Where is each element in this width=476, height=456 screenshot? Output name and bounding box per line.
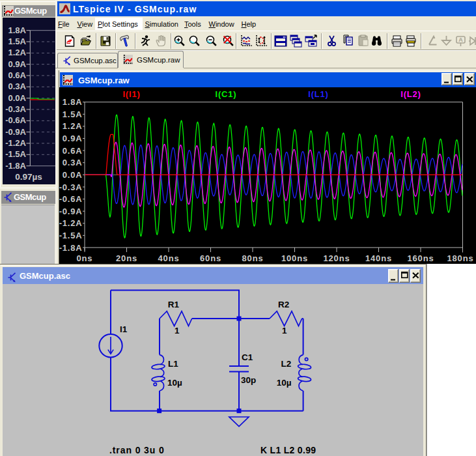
- svg-text:K L1 L2 0.99: K L1 L2 0.99: [260, 445, 316, 455]
- svg-text:1.2A: 1.2A: [8, 48, 27, 57]
- svg-text:-0.6A: -0.6A: [5, 115, 26, 125]
- svg-text:180ns: 180ns: [447, 253, 474, 263]
- svg-text:0.0A: 0.0A: [8, 93, 27, 103]
- svg-text:0.6A: 0.6A: [63, 146, 83, 156]
- svg-text:0.3A: 0.3A: [8, 81, 27, 91]
- svg-text:140ns: 140ns: [365, 253, 392, 263]
- svg-text:-1.5A: -1.5A: [59, 231, 83, 240]
- svg-text:-0.9A: -0.9A: [59, 207, 83, 216]
- svg-text:-1.8A: -1.8A: [59, 243, 83, 253]
- svg-text:0ns: 0ns: [77, 253, 93, 263]
- svg-text:I(L2): I(L2): [400, 89, 421, 99]
- svg-text:R1: R1: [168, 300, 180, 309]
- svg-text:0.3A: 0.3A: [63, 158, 83, 167]
- svg-text:L2: L2: [281, 359, 292, 369]
- svg-text:0.9A: 0.9A: [8, 59, 27, 69]
- svg-text:-0.3A: -0.3A: [59, 182, 83, 192]
- svg-text:I(I1): I(I1): [122, 89, 140, 99]
- svg-text:1.5A: 1.5A: [8, 36, 27, 46]
- svg-text:-1.2A: -1.2A: [5, 138, 26, 148]
- svg-text:A: A: [458, 36, 463, 43]
- svg-text:100ns: 100ns: [281, 253, 308, 263]
- svg-text:1.8A: 1.8A: [63, 97, 83, 107]
- svg-text:10µ: 10µ: [277, 378, 292, 388]
- svg-text:1: 1: [282, 326, 287, 335]
- svg-text:-1.2A: -1.2A: [59, 218, 83, 228]
- svg-text:0.0A: 0.0A: [63, 170, 83, 180]
- svg-text:-0.9A: -0.9A: [5, 127, 26, 137]
- svg-text:I1: I1: [120, 324, 128, 334]
- svg-text:-0.3A: -0.3A: [5, 104, 26, 114]
- svg-text:120ns: 120ns: [324, 253, 350, 263]
- svg-text:L1: L1: [168, 359, 178, 369]
- svg-text:.tran 0 3u 0: .tran 0 3u 0: [109, 445, 165, 455]
- svg-text:0.6A: 0.6A: [8, 70, 27, 80]
- svg-text:C1: C1: [242, 352, 253, 362]
- svg-text:-0.6A: -0.6A: [59, 194, 83, 204]
- svg-text:20ns: 20ns: [116, 253, 137, 263]
- svg-text:160ns: 160ns: [408, 253, 434, 263]
- svg-text:1: 1: [175, 326, 180, 335]
- svg-text:-1.5A: -1.5A: [5, 149, 26, 159]
- svg-text:R2: R2: [278, 300, 289, 309]
- svg-text:1.8A: 1.8A: [8, 25, 27, 35]
- svg-text:I(C1): I(C1): [216, 89, 237, 99]
- svg-text:40ns: 40ns: [158, 253, 180, 263]
- svg-text:80ns: 80ns: [242, 253, 264, 263]
- svg-text:0.97µs: 0.97µs: [15, 172, 42, 182]
- svg-text:I(L1): I(L1): [308, 89, 328, 99]
- svg-text:10µ: 10µ: [167, 378, 182, 388]
- svg-text:0.9A: 0.9A: [63, 134, 83, 143]
- svg-text:60ns: 60ns: [200, 253, 221, 263]
- svg-text:1.5A: 1.5A: [63, 109, 83, 119]
- svg-text:1.2A: 1.2A: [63, 121, 83, 131]
- svg-text:-1.8A: -1.8A: [5, 161, 26, 171]
- svg-text:30p: 30p: [241, 375, 256, 385]
